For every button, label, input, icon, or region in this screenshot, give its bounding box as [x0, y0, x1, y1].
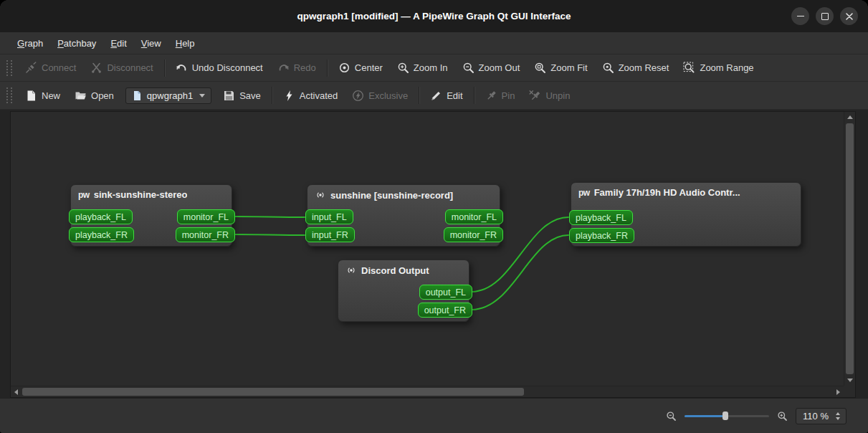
disconnect-label: Disconnect	[107, 62, 153, 73]
node-title: Family 17h/19h HD Audio Contr...	[594, 187, 740, 198]
zoom-spinbox[interactable]: 110 %	[796, 408, 846, 424]
connect-button[interactable]: Connect	[18, 58, 83, 77]
node-title: sink-sunshine-stereo	[94, 189, 188, 200]
audio-input-port[interactable]: playback_FL	[569, 210, 633, 225]
zoom-in-label: Zoom In	[414, 62, 448, 73]
arrow-up-icon	[847, 115, 853, 119]
scroll-down-button[interactable]	[844, 375, 855, 386]
toolbar-drag-handle[interactable]	[6, 60, 12, 76]
patchbay-toolbar: New Open qpwgraph1 Save	[0, 82, 868, 110]
spin-up-icon[interactable]	[836, 412, 840, 415]
new-button[interactable]: New	[18, 86, 67, 105]
audio-output-port[interactable]: monitor_FL	[445, 209, 503, 224]
horizontal-scrollbar-thumb[interactable]	[22, 388, 524, 396]
menu-graph[interactable]: Graph	[10, 35, 50, 52]
menu-view[interactable]: View	[134, 35, 168, 52]
audio-input-port[interactable]: input_FR	[305, 227, 355, 242]
horizontal-scrollbar[interactable]	[11, 386, 844, 397]
node-header: sunshine [sunshine-record]	[307, 185, 500, 201]
exclusive-label: Exclusive	[368, 90, 408, 101]
audio-output-port[interactable]: monitor_FL	[177, 209, 235, 224]
zoom-in-mini-icon[interactable]	[777, 411, 788, 422]
zoom-out-mini-icon[interactable]	[666, 411, 677, 422]
exclusive-button[interactable]: Exclusive	[345, 86, 415, 105]
disconnect-button[interactable]: Disconnect	[83, 58, 160, 77]
audio-output-port[interactable]: monitor_FR	[176, 227, 235, 242]
scroll-right-button[interactable]	[833, 386, 844, 397]
pipewire-icon: pw	[578, 189, 590, 197]
center-label: Center	[355, 62, 383, 73]
menu-help[interactable]: Help	[168, 35, 202, 52]
redo-button[interactable]: Redo	[270, 58, 323, 77]
node-title: Discord Output	[361, 265, 429, 276]
audio-input-port[interactable]: playback_FR	[69, 227, 134, 242]
scroll-up-button[interactable]	[844, 112, 855, 123]
audio-input-port[interactable]: playback_FL	[69, 209, 133, 224]
menu-edit[interactable]: Edit	[103, 35, 133, 52]
activated-icon	[283, 90, 295, 102]
audio-output-port[interactable]: monitor_FR	[444, 227, 503, 242]
node-sunshine-record[interactable]: sunshine [sunshine-record] input_FL moni…	[307, 184, 500, 247]
scroll-left-button[interactable]	[11, 386, 22, 397]
zoom-range-button[interactable]: Zoom Range	[676, 58, 760, 77]
vertical-scrollbar[interactable]	[844, 112, 855, 386]
open-label: Open	[91, 90, 114, 101]
zoom-fit-button[interactable]: Zoom Fit	[527, 58, 594, 77]
toolbar-drag-handle[interactable]	[6, 87, 12, 103]
zoom-slider[interactable]	[685, 410, 769, 422]
chevron-down-icon	[199, 94, 205, 97]
graph-toolbar: Connect Disconnect Undo Disconnect	[0, 54, 868, 82]
zoom-out-button[interactable]: Zoom Out	[455, 58, 528, 77]
titlebar: qpwgraph1 [modified] — A PipeWire Graph …	[0, 0, 868, 32]
graph-widget: pw sink-sunshine-stereo playback_FL moni…	[10, 111, 856, 398]
toolbar-separator	[164, 60, 165, 77]
spin-down-icon[interactable]	[836, 417, 840, 420]
node-family-hd-audio-controller[interactable]: pw Family 17h/19h HD Audio Contr... play…	[571, 182, 801, 247]
activated-button[interactable]: Activated	[276, 86, 345, 105]
zoom-range-icon	[683, 62, 695, 74]
minimize-button[interactable]	[791, 7, 809, 25]
edit-icon	[430, 90, 442, 102]
undo-disconnect-button[interactable]: Undo Disconnect	[168, 58, 270, 77]
edit-button[interactable]: Edit	[423, 86, 469, 105]
zoom-in-button[interactable]: Zoom In	[390, 58, 455, 77]
patchbay-profile-value: qpwgraph1	[147, 90, 193, 101]
audio-output-port[interactable]: output_FR	[418, 303, 472, 318]
cable-monitor_FL-input_FL[interactable]	[234, 217, 305, 217]
arrow-down-icon	[847, 379, 853, 382]
toolbar-separator	[272, 87, 272, 104]
toolbar-separator	[419, 87, 419, 104]
close-button[interactable]	[840, 7, 858, 25]
graph-canvas[interactable]: pw sink-sunshine-stereo playback_FL moni…	[11, 112, 844, 386]
maximize-button[interactable]	[816, 7, 834, 25]
edit-label: Edit	[447, 90, 462, 101]
center-button[interactable]: Center	[331, 58, 390, 77]
maximize-icon	[821, 13, 829, 20]
zoom-slider-handle[interactable]	[722, 411, 728, 420]
zoom-range-label: Zoom Range	[700, 62, 753, 73]
node-sink-sunshine-stereo[interactable]: pw sink-sunshine-stereo playback_FL moni…	[70, 184, 232, 247]
patchbay-profile-combo[interactable]: qpwgraph1	[125, 87, 211, 104]
unpin-button[interactable]: Unpin	[522, 86, 577, 105]
redo-label: Redo	[294, 62, 316, 73]
app-window: qpwgraph1 [modified] — A PipeWire Graph …	[0, 0, 868, 433]
pipewire-icon: pw	[78, 191, 90, 199]
pin-button[interactable]: Pin	[478, 86, 523, 105]
vertical-scrollbar-thumb[interactable]	[846, 123, 854, 374]
menu-patchbay[interactable]: Patchbay	[50, 35, 103, 52]
save-button[interactable]: Save	[216, 86, 268, 105]
audio-output-port[interactable]: output_FL	[419, 285, 472, 300]
audio-input-port[interactable]: playback_FR	[569, 228, 634, 243]
zoom-reset-button[interactable]: Zoom Reset	[595, 58, 677, 77]
zoom-reset-label: Zoom Reset	[619, 62, 669, 73]
zoom-out-icon	[462, 62, 474, 74]
exclusive-icon	[352, 90, 364, 102]
open-button[interactable]: Open	[67, 86, 121, 105]
audio-input-port[interactable]: input_FL	[305, 209, 353, 224]
new-file-icon	[25, 90, 37, 102]
node-discord-output[interactable]: Discord Output output_FL output_FR	[338, 260, 469, 322]
zoom-slider-fill	[685, 415, 725, 417]
zoom-value: 110 %	[803, 411, 829, 422]
cable-monitor_FR-input_FR[interactable]	[234, 234, 305, 235]
zoom-in-icon	[397, 62, 409, 74]
